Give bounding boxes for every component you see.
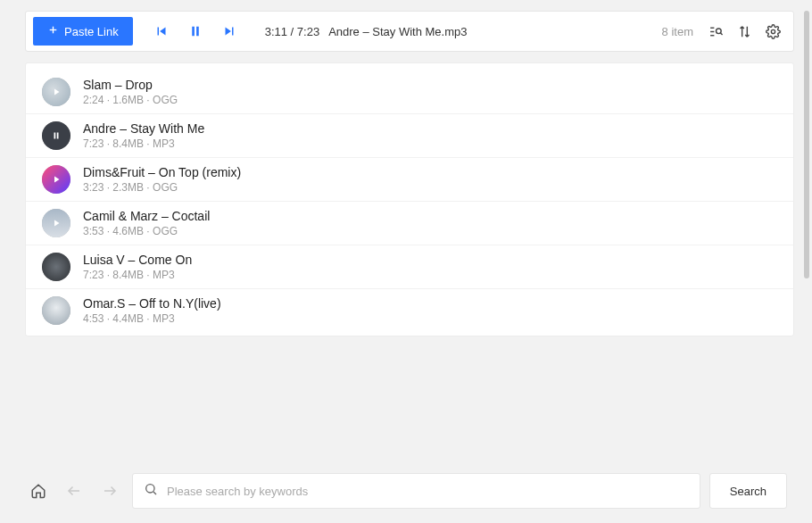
track-list[interactable]: Slam – Drop2:24 · 1.6MB · OGGAndre – Sta…	[25, 62, 794, 336]
track-row[interactable]: Dims&Fruit – On Top (remix)3:23 · 2.3MB …	[26, 157, 793, 201]
track-info: Luisa V – Come On7:23 · 8.4MB · MP3	[83, 253, 192, 281]
toolbar: Paste Link 3:11 / 7:23 Andre – Stay With…	[25, 11, 794, 52]
track-meta: 3:23 · 2.3MB · OGG	[83, 181, 241, 194]
track-thumbnail[interactable]	[42, 165, 70, 194]
track-thumbnail[interactable]	[42, 121, 70, 150]
now-playing: 3:11 / 7:23 Andre – Stay With Me.mp3	[265, 25, 468, 38]
skip-next-icon	[221, 23, 237, 39]
svg-rect-3	[196, 27, 199, 37]
play-icon	[51, 87, 62, 97]
track-info: Slam – Drop2:24 · 1.6MB · OGG	[83, 78, 178, 106]
track-meta: 4:53 · 4.4MB · MP3	[83, 312, 221, 325]
track-info: Andre – Stay With Me7:23 · 8.4MB · MP3	[83, 121, 204, 150]
pause-icon	[51, 130, 62, 141]
search-list-button[interactable]	[704, 20, 727, 43]
track-meta: 2:24 · 1.6MB · OGG	[83, 94, 178, 106]
track-row[interactable]: Andre – Stay With Me7:23 · 8.4MB · MP3	[26, 113, 793, 157]
svg-line-8	[720, 32, 722, 34]
track-meta: 7:23 · 8.4MB · MP3	[83, 269, 192, 281]
pause-button[interactable]	[183, 19, 208, 44]
search-box[interactable]	[132, 473, 700, 509]
arrow-right-icon	[102, 483, 118, 499]
arrow-left-icon	[66, 483, 82, 499]
track-title: Omar.S – Off to N.Y(live)	[83, 296, 221, 311]
track-row[interactable]: Camil & Marz – Coctail3:53 · 4.6MB · OGG	[26, 201, 793, 245]
now-playing-title: Andre – Stay With Me.mp3	[328, 25, 467, 38]
track-thumbnail[interactable]	[42, 253, 70, 281]
scrollbar[interactable]	[804, 11, 809, 278]
home-button[interactable]	[25, 477, 52, 504]
pause-icon	[187, 23, 203, 39]
track-thumbnail[interactable]	[42, 209, 70, 237]
track-title: Andre – Stay With Me	[83, 121, 204, 136]
gear-icon	[766, 24, 781, 39]
nav-forward-button[interactable]	[96, 477, 123, 504]
search-icon	[144, 482, 158, 500]
track-title: Luisa V – Come On	[83, 253, 192, 267]
bottom-bar: Search	[25, 471, 787, 511]
settings-button[interactable]	[761, 20, 784, 43]
sort-button[interactable]	[733, 20, 756, 43]
track-info: Camil & Marz – Coctail3:53 · 4.6MB · OGG	[83, 209, 210, 237]
svg-rect-11	[57, 133, 59, 139]
svg-line-15	[153, 492, 156, 494]
nav-back-button[interactable]	[61, 477, 87, 504]
playback-time: 3:11 / 7:23	[265, 25, 319, 38]
sort-icon	[737, 24, 752, 39]
svg-point-14	[146, 485, 154, 493]
home-icon	[30, 483, 46, 499]
track-meta: 3:53 · 4.6MB · OGG	[83, 225, 210, 237]
svg-point-7	[716, 28, 721, 33]
plus-icon	[47, 24, 59, 38]
svg-rect-10	[54, 133, 56, 139]
svg-point-9	[771, 29, 775, 33]
skip-previous-icon	[153, 23, 170, 39]
track-row[interactable]: Luisa V – Come On7:23 · 8.4MB · MP3	[26, 245, 793, 288]
track-row[interactable]: Omar.S – Off to N.Y(live)4:53 · 4.4MB · …	[26, 288, 793, 332]
track-info: Omar.S – Off to N.Y(live)4:53 · 4.4MB · …	[83, 296, 221, 325]
track-thumbnail[interactable]	[42, 78, 70, 106]
item-count: 8 item	[662, 25, 693, 38]
previous-track-button[interactable]	[149, 19, 174, 44]
search-list-icon	[708, 24, 724, 39]
transport-controls	[149, 19, 242, 44]
app-window: Paste Link 3:11 / 7:23 Andre – Stay With…	[0, 0, 812, 523]
svg-rect-2	[192, 27, 195, 37]
track-title: Camil & Marz – Coctail	[83, 209, 210, 223]
paste-link-label: Paste Link	[64, 25, 119, 38]
play-icon	[51, 218, 62, 228]
next-track-button[interactable]	[217, 19, 242, 44]
track-title: Slam – Drop	[83, 78, 178, 92]
paste-link-button[interactable]: Paste Link	[33, 17, 133, 46]
search-button[interactable]: Search	[709, 473, 787, 509]
play-icon	[51, 174, 62, 185]
track-meta: 7:23 · 8.4MB · MP3	[83, 137, 204, 150]
track-thumbnail[interactable]	[42, 296, 70, 325]
track-info: Dims&Fruit – On Top (remix)3:23 · 2.3MB …	[83, 165, 241, 194]
search-input[interactable]	[167, 485, 689, 498]
track-title: Dims&Fruit – On Top (remix)	[83, 165, 241, 179]
track-row[interactable]: Slam – Drop2:24 · 1.6MB · OGG	[26, 71, 793, 113]
